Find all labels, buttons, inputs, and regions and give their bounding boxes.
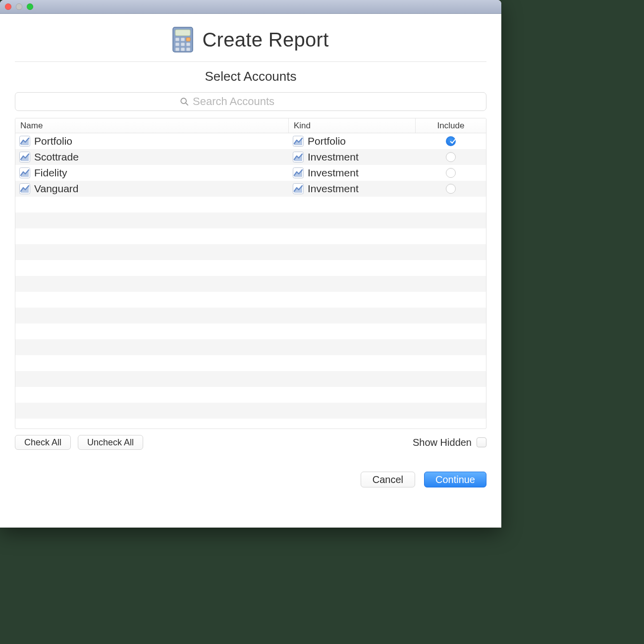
- calculator-icon: [172, 27, 193, 53]
- cell-kind: Portfolio: [289, 135, 416, 147]
- cell-include: [416, 184, 486, 194]
- chart-icon: [293, 152, 304, 162]
- uncheck-all-button[interactable]: Uncheck All: [78, 435, 143, 450]
- table-row: [15, 323, 486, 339]
- svg-point-11: [181, 98, 186, 104]
- table-row: [15, 308, 486, 323]
- cell-kind: Investment: [289, 167, 416, 179]
- account-name: Portfolio: [34, 135, 72, 147]
- include-radio[interactable]: [446, 184, 456, 194]
- column-header-kind[interactable]: Kind: [289, 118, 416, 133]
- chart-icon: [19, 152, 30, 162]
- continue-button[interactable]: Continue: [424, 472, 486, 487]
- svg-rect-7: [186, 43, 190, 46]
- svg-rect-8: [175, 48, 179, 51]
- account-kind: Investment: [308, 151, 359, 163]
- table-row: [15, 371, 486, 387]
- table-row: [15, 387, 486, 403]
- cancel-button[interactable]: Cancel: [361, 472, 415, 487]
- svg-rect-10: [186, 48, 190, 51]
- svg-rect-2: [175, 38, 179, 41]
- check-all-button[interactable]: Check All: [15, 435, 71, 450]
- cell-include: [416, 136, 486, 146]
- table-footer: Check All Uncheck All Show Hidden: [15, 435, 486, 450]
- cell-name: Vanguard: [15, 183, 289, 195]
- svg-rect-1: [175, 30, 190, 36]
- include-radio[interactable]: [446, 168, 456, 178]
- search-field[interactable]: [15, 92, 486, 111]
- column-header-include[interactable]: Include: [416, 121, 486, 131]
- page-header: Create Report: [15, 24, 486, 61]
- table-row: [15, 355, 486, 371]
- column-header-name[interactable]: Name: [15, 118, 289, 133]
- cell-kind: Investment: [289, 183, 416, 195]
- cell-kind: Investment: [289, 151, 416, 163]
- chart-icon: [293, 183, 304, 194]
- search-input[interactable]: [193, 95, 322, 108]
- include-radio[interactable]: [446, 136, 456, 146]
- svg-rect-9: [181, 48, 185, 51]
- svg-rect-4: [186, 38, 190, 41]
- svg-line-12: [186, 103, 188, 105]
- account-name: Fidelity: [34, 167, 67, 179]
- create-report-window: Create Report Select Accounts Name Kind …: [0, 0, 501, 528]
- show-hidden-label: Show Hidden: [413, 437, 472, 448]
- table-row: [15, 228, 486, 244]
- svg-rect-5: [175, 43, 179, 46]
- table-row[interactable]: Portfolio Portfolio: [15, 133, 486, 149]
- table-row[interactable]: Vanguard Investment: [15, 181, 486, 197]
- content-area: Create Report Select Accounts Name Kind …: [0, 14, 501, 528]
- dialog-buttons: Cancel Continue: [15, 472, 486, 487]
- table-row: [15, 260, 486, 276]
- table-row: [15, 292, 486, 308]
- page-subtitle: Select Accounts: [15, 69, 486, 84]
- table-row: [15, 213, 486, 228]
- chart-icon: [293, 167, 304, 178]
- cell-include: [416, 152, 486, 162]
- search-icon: [180, 97, 189, 106]
- titlebar[interactable]: [0, 0, 501, 14]
- include-radio[interactable]: [446, 152, 456, 162]
- traffic-lights: [5, 3, 33, 10]
- account-name: Scottrade: [34, 151, 79, 163]
- table-row: [15, 276, 486, 292]
- page-title: Create Report: [202, 29, 328, 51]
- table-row: [15, 403, 486, 419]
- minimize-icon[interactable]: [16, 3, 22, 10]
- show-hidden-toggle[interactable]: Show Hidden: [413, 437, 486, 448]
- table-row: [15, 339, 486, 355]
- chart-icon: [19, 136, 30, 147]
- table-body: Portfolio Portfolio Scottrade Investment…: [15, 133, 486, 429]
- table-row: [15, 244, 486, 260]
- table-row[interactable]: Fidelity Investment: [15, 165, 486, 181]
- chart-icon: [19, 167, 30, 178]
- cell-include: [416, 168, 486, 178]
- chart-icon: [293, 136, 304, 147]
- show-hidden-checkbox[interactable]: [477, 437, 486, 447]
- chart-icon: [19, 183, 30, 194]
- cell-name: Scottrade: [15, 151, 289, 163]
- close-icon[interactable]: [5, 3, 11, 10]
- accounts-table: Name Kind Include Portfolio Portfolio Sc…: [15, 118, 486, 429]
- cell-name: Fidelity: [15, 167, 289, 179]
- table-row: [15, 197, 486, 213]
- table-row[interactable]: Scottrade Investment: [15, 149, 486, 165]
- cell-name: Portfolio: [15, 135, 289, 147]
- account-kind: Investment: [308, 167, 359, 179]
- svg-rect-6: [181, 43, 185, 46]
- divider: [15, 61, 486, 62]
- table-header: Name Kind Include: [15, 118, 486, 133]
- account-kind: Investment: [308, 183, 359, 195]
- svg-rect-3: [181, 38, 185, 41]
- account-kind: Portfolio: [308, 135, 346, 147]
- account-name: Vanguard: [34, 183, 79, 195]
- zoom-icon[interactable]: [27, 3, 33, 10]
